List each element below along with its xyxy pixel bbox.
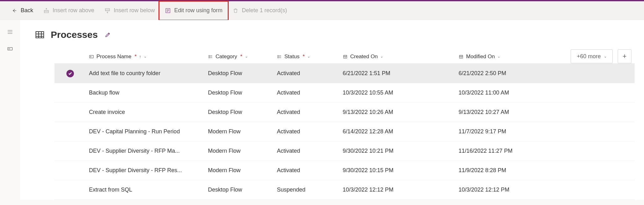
cell-created-on[interactable]: 6/14/2022 12:28 AM — [340, 128, 455, 135]
text-type-icon — [89, 54, 94, 59]
cell-status[interactable]: Activated — [274, 128, 340, 135]
optionset-type-icon — [277, 54, 282, 59]
cell-created-on[interactable]: 10/3/2022 10:55 AM — [340, 90, 455, 96]
more-columns-label: +60 more — [577, 53, 601, 60]
column-header-category[interactable]: Category * ⌄ — [205, 54, 274, 60]
cell-modified-on[interactable]: 11/7/2022 9:17 PM — [455, 128, 568, 135]
add-column-button[interactable]: + — [618, 49, 631, 63]
cell-status[interactable]: Activated — [274, 167, 340, 174]
form-icon — [165, 8, 171, 14]
cell-process-name[interactable]: Backup flow — [86, 90, 205, 96]
cell-status[interactable]: Activated — [274, 148, 340, 154]
required-indicator: * — [240, 54, 242, 60]
svg-point-9 — [278, 55, 278, 56]
chevron-down-icon: ⌄ — [245, 54, 248, 59]
insert-above-icon — [43, 8, 49, 14]
cell-modified-on[interactable]: 11/16/2022 11:27 PM — [455, 148, 568, 154]
trash-icon — [232, 8, 239, 14]
cell-process-name[interactable]: Add text file to country folder — [86, 70, 205, 77]
cell-process-name[interactable]: DEV - Supplier Diversity - RFP Ma... — [86, 148, 205, 154]
cell-created-on[interactable]: 6/21/2022 1:51 PM — [340, 70, 455, 77]
cell-category[interactable]: Modern Flow — [205, 128, 274, 135]
table-row[interactable]: DEV - Supplier Diversity - RFP Ma...Mode… — [55, 141, 635, 161]
cell-category[interactable]: Modern Flow — [205, 167, 274, 174]
date-type-icon: 21 — [459, 54, 464, 59]
table-row[interactable]: Create invoiceDesktop FlowActivated9/13/… — [55, 103, 635, 122]
cell-created-on[interactable]: 9/30/2022 10:15 PM — [340, 167, 455, 174]
cell-category[interactable]: Desktop Flow — [205, 90, 274, 96]
cell-process-name[interactable]: Extract from SQL — [86, 187, 205, 193]
column-header-status[interactable]: Status * ⌄ — [274, 54, 340, 60]
chevron-down-icon: ⌄ — [307, 54, 310, 59]
svg-point-6 — [209, 55, 210, 56]
delete-records-button[interactable]: Delete 1 record(s) — [227, 1, 292, 20]
cell-process-name[interactable]: Create invoice — [86, 109, 205, 115]
cell-status[interactable]: Activated — [274, 109, 340, 115]
svg-rect-4 — [36, 32, 44, 38]
svg-point-8 — [209, 57, 210, 58]
table-row[interactable]: Extract from SQLDesktop FlowSuspended10/… — [55, 180, 635, 200]
cell-modified-on[interactable]: 10/3/2022 12:12 PM — [455, 187, 568, 193]
insert-below-label: Insert row below — [114, 7, 155, 14]
cell-process-name[interactable]: DEV - Supplier Diversity - RFP Res... — [86, 167, 205, 174]
cell-status[interactable]: Suspended — [274, 187, 340, 193]
chevron-down-icon: ⌄ — [497, 54, 500, 59]
chevron-down-icon: ⌄ — [380, 54, 383, 59]
back-button[interactable]: Back — [6, 1, 38, 20]
back-label: Back — [21, 7, 33, 14]
cell-modified-on[interactable]: 10/3/2022 11:00 AM — [455, 90, 568, 96]
column-header-modified-on[interactable]: 21 Modified On ⌄ — [455, 54, 568, 60]
cell-status[interactable]: Activated — [274, 70, 340, 77]
table-row[interactable]: DEV - Capital Planning - Run PeriodModer… — [55, 122, 635, 141]
col-label: Created On — [350, 54, 378, 60]
cell-modified-on[interactable]: 9/13/2022 10:27 AM — [455, 109, 568, 115]
insert-row-above-button[interactable]: Insert row above — [38, 1, 99, 20]
chevron-down-icon: ⌄ — [604, 54, 607, 59]
hamburger-button[interactable] — [6, 28, 14, 36]
svg-point-11 — [278, 57, 278, 58]
left-rail — [0, 20, 20, 53]
cell-category[interactable]: Desktop Flow — [205, 70, 274, 77]
row-select[interactable] — [55, 70, 86, 77]
table-row[interactable]: Add text file to country folderDesktop F… — [55, 64, 635, 83]
cell-modified-on[interactable]: 6/21/2022 2:50 PM — [455, 70, 568, 77]
delete-label: Delete 1 record(s) — [242, 7, 287, 14]
text-field-icon[interactable] — [6, 45, 14, 53]
cell-process-name[interactable]: DEV - Capital Planning - Run Period — [86, 128, 205, 135]
svg-rect-1 — [105, 8, 110, 11]
cell-created-on[interactable]: 9/13/2022 10:26 AM — [340, 109, 455, 115]
optionset-type-icon — [208, 54, 213, 59]
checkmark-icon — [66, 70, 74, 77]
date-type-icon: 21 — [343, 54, 348, 59]
cell-category[interactable]: Modern Flow — [205, 148, 274, 154]
table-row[interactable]: Backup flowDesktop FlowActivated10/3/202… — [55, 83, 635, 103]
more-columns-button[interactable]: +60 more ⌄ — [571, 49, 613, 63]
edit-form-label: Edit row using form — [174, 7, 222, 14]
main-content: Processes Process Name * ↑ ⌄ Category — [20, 20, 644, 200]
column-header-created-on[interactable]: 21 Created On ⌄ — [340, 54, 455, 60]
page-title-row: Processes — [20, 29, 644, 40]
cell-modified-on[interactable]: 11/9/2022 8:28 PM — [455, 167, 568, 174]
cell-created-on[interactable]: 9/30/2022 10:21 PM — [340, 148, 455, 154]
svg-text:21: 21 — [344, 56, 346, 58]
insert-row-below-button[interactable]: Insert row below — [99, 1, 160, 20]
cell-category[interactable]: Desktop Flow — [205, 109, 274, 115]
cell-created-on[interactable]: 10/3/2022 12:12 PM — [340, 187, 455, 193]
table-row[interactable]: DEV - Supplier Diversity - RFP Res...Mod… — [55, 161, 635, 180]
chevron-down-icon: ⌄ — [144, 54, 147, 59]
svg-point-10 — [278, 56, 278, 57]
cell-category[interactable]: Desktop Flow — [205, 187, 274, 193]
svg-point-7 — [209, 56, 210, 57]
col-label: Status — [284, 54, 299, 60]
arrow-left-icon — [11, 8, 18, 14]
column-header-process-name[interactable]: Process Name * ↑ ⌄ — [86, 54, 205, 60]
svg-text:21: 21 — [460, 56, 462, 58]
edit-title-button[interactable] — [104, 31, 112, 38]
edit-row-form-button[interactable]: Edit row using form — [160, 1, 227, 20]
command-bar: Back Insert row above Insert row below E… — [0, 1, 644, 20]
col-label: Process Name — [96, 54, 131, 60]
grid-body: Add text file to country folderDesktop F… — [55, 64, 635, 200]
cell-status[interactable]: Activated — [274, 90, 340, 96]
data-grid: Process Name * ↑ ⌄ Category * ⌄ Status * — [55, 49, 635, 200]
insert-above-label: Insert row above — [53, 7, 94, 14]
